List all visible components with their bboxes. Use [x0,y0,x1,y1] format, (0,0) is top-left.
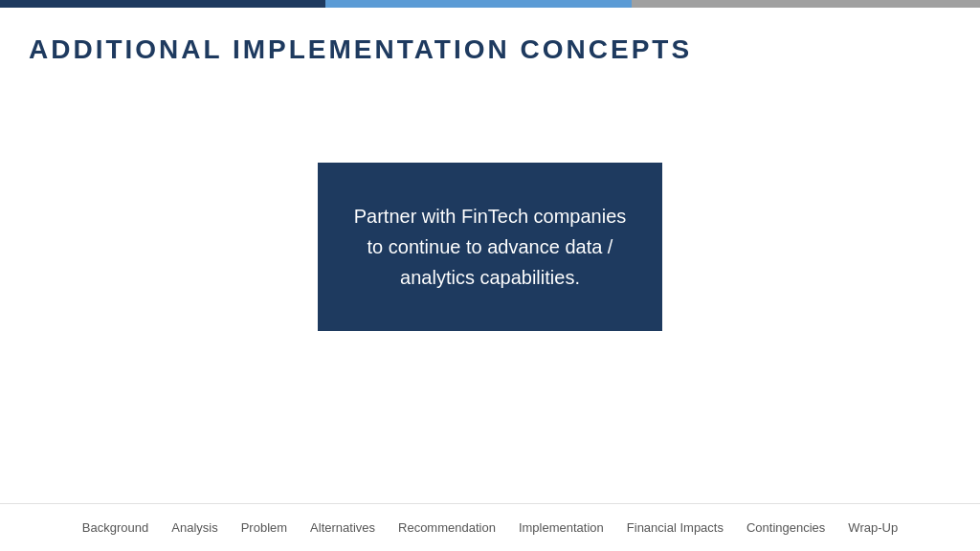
nav-item-contingencies[interactable]: Contingencies [746,520,825,535]
bottom-nav: BackgroundAnalysisProblemAlternativesRec… [0,503,980,551]
top-bar-segment-dark [0,0,325,8]
info-box: Partner with FinTech companies to contin… [318,163,662,331]
content-area: Partner with FinTech companies to contin… [0,65,980,429]
nav-item-analysis[interactable]: Analysis [171,520,217,535]
top-bar-segment-blue [325,0,632,8]
top-bar [0,0,980,8]
nav-item-implementation[interactable]: Implementation [519,520,604,535]
nav-item-problem[interactable]: Problem [241,520,287,535]
page-title: ADDITIONAL IMPLEMENTATION CONCEPTS [0,8,980,65]
info-box-text: Partner with FinTech companies to contin… [346,201,634,293]
top-bar-segment-gray [632,0,980,8]
nav-item-wrap-up[interactable]: Wrap-Up [848,520,898,535]
nav-item-alternatives[interactable]: Alternatives [310,520,375,535]
nav-item-background[interactable]: Background [82,520,148,535]
nav-item-financial-impacts[interactable]: Financial Impacts [627,520,724,535]
nav-item-recommendation[interactable]: Recommendation [398,520,496,535]
